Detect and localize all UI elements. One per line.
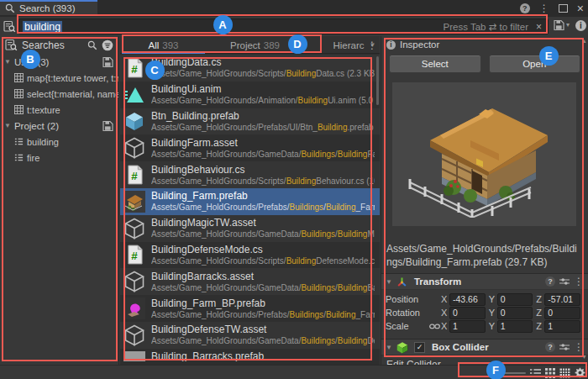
transform-row-position: PositionX-43.66Y0Z-57.01 (386, 292, 584, 306)
saved-search-item[interactable]: building (0, 134, 118, 150)
table-view-icon[interactable] (559, 368, 570, 378)
save-search-button[interactable]: ▾ (554, 19, 570, 30)
rotation-y-field[interactable]: 0 (497, 307, 533, 319)
result-row[interactable]: BuildingMagicTW.assetAssets/Game_HoldGro… (120, 215, 380, 242)
maximize-icon[interactable] (559, 4, 568, 13)
list-view-icon[interactable] (530, 368, 541, 378)
asset-icon (123, 137, 145, 159)
expander-icon[interactable]: ▼ (4, 122, 11, 129)
help-icon[interactable]: ? (545, 342, 555, 352)
presets-icon[interactable] (559, 343, 570, 351)
settings-gear-icon[interactable] (575, 367, 585, 378)
table-icon (14, 105, 24, 114)
inspector-toggle-icon[interactable]: i (575, 20, 586, 31)
transform-row-label: Scale (386, 321, 428, 331)
table-icon (14, 73, 24, 82)
search-input[interactable]: building Press Tab ⇄ to filter × (18, 18, 549, 34)
result-row[interactable]: BuildingDefenseTW.assetAssets/Game_HoldG… (120, 322, 380, 349)
save-icon[interactable] (102, 56, 113, 67)
result-title: BuildingFarm.asset (151, 137, 375, 149)
position-z-field[interactable]: -57.01 (544, 293, 580, 306)
rotation-x-field[interactable]: 0 (449, 307, 486, 319)
select-button[interactable]: Select (389, 55, 481, 73)
saved-search-item[interactable]: fire (0, 150, 118, 166)
tab-project[interactable]: Project389 (207, 36, 303, 54)
result-title: Building_Farm.prefab (151, 190, 375, 202)
tabs-menu-icon[interactable]: ⋮ (367, 39, 377, 51)
result-row[interactable]: BuildingUi.animAssets/Game_HoldGrounds/A… (120, 82, 380, 108)
window-menu-icon[interactable]: ⋮ (539, 3, 549, 13)
asset-icon (123, 324, 145, 346)
transform-component-header[interactable]: ▼ Transform ? ⋮ (381, 273, 588, 290)
tab-label: All (149, 40, 160, 50)
result-row[interactable]: Building_Barracks.prefabAssets/Game_Hold… (120, 349, 380, 361)
csharp-icon: # (123, 244, 145, 266)
saved-search-item[interactable]: t:texture (0, 102, 118, 118)
saved-search-label: select{t:material, name, # (27, 89, 118, 99)
slider-handle[interactable] (495, 369, 502, 376)
tab-label: Project (230, 40, 260, 50)
table-icon (14, 89, 24, 98)
edit-collider-label[interactable]: Edit Collider (381, 355, 588, 365)
saved-search-item[interactable]: select{t:material, name, # (0, 86, 118, 102)
component-enabled-checkbox[interactable]: ✓ (414, 342, 425, 353)
prefab-icon (123, 110, 145, 132)
result-row[interactable]: Btn_Building.prefabAssets/Game_HoldGroun… (120, 108, 380, 135)
tab-count: 393 (162, 40, 178, 50)
transform-row-scale: ScaleX1Y1Z1 (386, 319, 584, 333)
tab-count: 389 (264, 40, 280, 50)
result-row[interactable]: #BuildingBehaviour.csAssets/Game_HoldGro… (120, 161, 380, 188)
saved-search-item[interactable]: map{t:texture tower, t:ma (0, 70, 118, 86)
expander-icon[interactable]: ▼ (4, 58, 11, 66)
help-icon[interactable]: ? (520, 3, 530, 13)
inspector-title: Inspector (400, 39, 439, 50)
expander-icon[interactable]: ▼ (386, 344, 392, 351)
transform-row-label: Position (386, 294, 428, 304)
result-row[interactable]: Building_Farm.prefabAssets/Game_HoldGrou… (120, 188, 380, 215)
saved-search-label: fire (27, 153, 39, 163)
save-icon[interactable] (102, 120, 113, 131)
sidebar-group-user[interactable]: ▼User (3) (0, 54, 118, 70)
transform-row-label: Rotation (386, 308, 428, 318)
saved-query-icon (5, 39, 18, 51)
list-icon (14, 153, 24, 162)
sidebar-group-project[interactable]: ▼Project (2) (0, 118, 118, 134)
result-path: Assets/Game_HoldGrounds/Prefabs/UI/Btn_B… (151, 122, 375, 133)
saved-query-icon (3, 20, 16, 33)
component-menu-icon[interactable]: ⋮ (574, 276, 584, 287)
open-button[interactable]: Open (489, 55, 581, 73)
transform-icon (396, 276, 407, 287)
scale-y-field[interactable]: 1 (497, 320, 533, 333)
grid-view-icon[interactable] (545, 368, 555, 378)
scale-x-field[interactable]: 1 (449, 320, 486, 333)
scroll-up-icon[interactable]: ▲ (581, 38, 587, 44)
result-row[interactable]: #BuildingDefenseMode.csAssets/Game_HoldG… (120, 242, 380, 269)
item-size-slider[interactable] (487, 366, 526, 379)
search-icon[interactable] (87, 40, 97, 50)
result-row[interactable]: BuildingFarm.assetAssets/Game_HoldGround… (120, 134, 380, 161)
position-y-field[interactable]: 0 (497, 293, 533, 306)
result-row[interactable]: Building_Farm_BP.prefabAssets/Game_HoldG… (120, 295, 380, 322)
scroll-down-icon[interactable]: ▼ (581, 354, 587, 360)
result-row[interactable]: BuildingBarracks.assetAssets/Game_HoldGr… (120, 268, 380, 295)
tab-all[interactable]: All393 (120, 36, 207, 54)
link-icon[interactable] (428, 323, 441, 330)
component-menu-icon[interactable]: ⋮ (574, 342, 584, 352)
position-x-field[interactable]: -43.66 (449, 293, 486, 306)
result-row[interactable]: #BuildingData.csAssets/Game_HoldGrounds/… (120, 55, 380, 82)
rotation-z-field[interactable]: 0 (544, 307, 580, 319)
titlebar: Search (393) ? ⋮ × (0, 0, 588, 17)
scale-z-field[interactable]: 1 (544, 320, 580, 333)
window-tab-search[interactable]: Search (393) (0, 0, 97, 15)
anim-icon (123, 84, 145, 106)
close-icon[interactable]: × (577, 3, 584, 14)
placeholder-icon (123, 351, 145, 361)
box-collider-component-header[interactable]: ▼ ✓ Box Collider ? ⋮ (381, 339, 588, 355)
filter-icon[interactable] (102, 39, 113, 51)
help-icon[interactable]: ? (545, 276, 555, 287)
result-path: Assets/Game_HoldGrounds/GameData/Buildin… (151, 335, 375, 346)
results-scrollbar[interactable] (376, 56, 379, 105)
clear-search-icon[interactable]: × (536, 21, 542, 33)
expander-icon[interactable]: ▼ (386, 278, 392, 286)
presets-icon[interactable] (559, 277, 570, 286)
